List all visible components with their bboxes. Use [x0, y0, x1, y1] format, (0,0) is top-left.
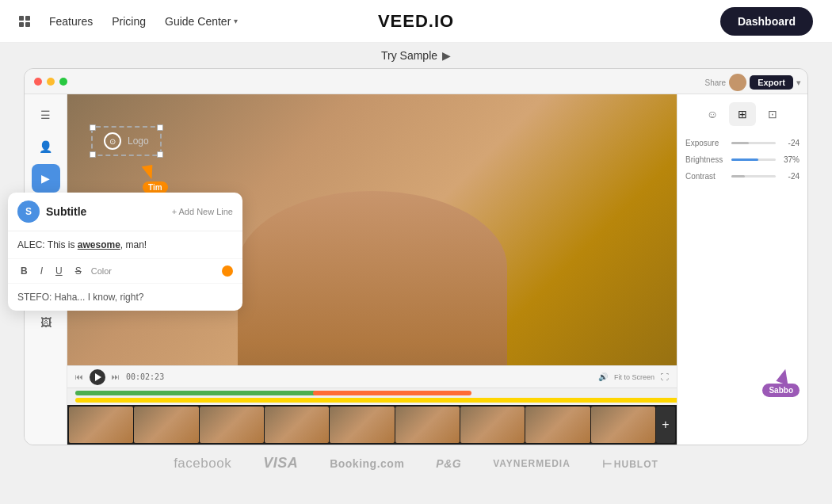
subtitle-line1-suffix: , man! [120, 239, 147, 250]
export-button[interactable]: Export [750, 75, 793, 90]
color-label: Color [91, 266, 112, 276]
thumb-frame-9 [591, 407, 655, 443]
exposure-fill [731, 142, 749, 144]
logo-text: Logo [128, 136, 149, 147]
logo-overlay[interactable]: ⊙ Logo [91, 126, 162, 156]
sabba-cursor: Sabbo [762, 369, 800, 397]
brightness-label: Brightness [685, 155, 727, 164]
fullscreen-icon[interactable]: ⛶ [661, 372, 669, 381]
site-logo: VEED.IO [378, 11, 454, 32]
tim-cursor: Tim [143, 166, 168, 193]
logo-circle-icon: ⊙ [104, 132, 121, 150]
volume-icon[interactable]: 🔊 [598, 372, 608, 381]
sabba-arrow-icon [777, 368, 793, 385]
chevron-down-icon: ▾ [234, 17, 238, 25]
subtitle-title: Subtitle [46, 205, 86, 218]
thumb-frame-2 [134, 407, 198, 443]
contrast-label: Contrast [685, 172, 727, 181]
subtitle-header: S Subtitle + Add New Line [8, 193, 242, 231]
thumb-frame-6 [395, 407, 460, 443]
time-display: 00:02:23 [126, 372, 164, 381]
strikethrough-button[interactable]: S [72, 264, 85, 278]
brands-bar: facebook VISA Booking.com P&G VAYNERMEDI… [0, 445, 832, 481]
export-area: Share Export ▾ [704, 74, 801, 91]
brightness-row: Brightness 37% [685, 155, 800, 164]
subtitle-line-2: STEFO: Haha... I know, right? [8, 284, 242, 311]
window-minimize-dot [47, 78, 55, 86]
bold-button[interactable]: B [17, 264, 31, 278]
exposure-label: Exposure [685, 139, 727, 147]
playback-bar: ⏮ ⏭ 00:02:23 🔊 Fit to Screen ⛶ [67, 365, 677, 388]
adjust-tabs: ☺ ⊞ ⊡ [685, 102, 800, 126]
brand-pg: P&G [436, 457, 461, 470]
timeline-track[interactable] [67, 388, 677, 405]
try-sample-arrow-icon: ▶ [442, 49, 451, 62]
resize-handle-bl[interactable] [90, 151, 96, 158]
thumb-frame-7 [460, 407, 525, 443]
brand-facebook: facebook [174, 456, 231, 472]
subtitle-line-1: ALEC: This is awesome, man! [8, 231, 242, 259]
exposure-slider[interactable] [731, 142, 776, 144]
underline-button[interactable]: U [52, 264, 66, 278]
brand-visa: VISA [263, 455, 298, 472]
sidebar-profile-icon[interactable]: 👤 [32, 132, 60, 161]
try-sample-bar: Try Sample ▶ [0, 43, 832, 68]
thumb-frame-4 [265, 407, 329, 443]
subtitle-toolbar: B I U S Color [8, 259, 242, 284]
brand-hublot: ⊢HUBLOT [602, 457, 658, 470]
guide-center-link[interactable]: Guide Center ▾ [165, 15, 238, 28]
tim-cursor-label: Tim [143, 181, 168, 193]
editor-bottom-controls: ⏮ ⏭ 00:02:23 🔊 Fit to Screen ⛶ [67, 365, 677, 445]
brightness-slider[interactable] [731, 158, 776, 161]
adj-tab-crop[interactable]: ⊡ [759, 102, 786, 126]
sabba-cursor-label: Sabbo [762, 384, 800, 397]
nav-left: Features Pricing Guide Center ▾ [19, 15, 238, 28]
thumb-frame-1 [69, 407, 133, 443]
navbar: Features Pricing Guide Center ▾ VEED.IO … [0, 0, 832, 43]
window-close-dot [34, 78, 42, 86]
editor-right-panel: ☺ ⊞ ⊡ Exposure -24 Brightness 37% [677, 94, 807, 445]
add-new-line-button[interactable]: + Add New Line [172, 207, 233, 216]
contrast-fill [731, 175, 745, 178]
sidebar-image-icon[interactable]: 🖼 [32, 308, 60, 337]
user-avatar [729, 74, 746, 91]
window-maximize-dot [59, 78, 67, 86]
cursor-arrow-icon [142, 165, 155, 181]
share-label: Share [704, 78, 726, 87]
play-triangle-icon [95, 373, 101, 381]
skip-back-icon[interactable]: ⏮ [75, 372, 83, 381]
adj-tab-sliders[interactable]: ⊞ [729, 102, 756, 126]
exposure-value: -24 [780, 139, 800, 147]
sidebar-item-image: 🖼 [32, 308, 60, 337]
try-sample-label[interactable]: Try Sample [381, 49, 437, 62]
fit-to-screen-label: Fit to Screen [614, 373, 655, 381]
sidebar-item-profile: 👤 [32, 132, 60, 161]
subtitle-icon: S [17, 200, 40, 223]
adj-tab-face[interactable]: ☺ [699, 102, 726, 126]
dashboard-button[interactable]: Dashboard [720, 7, 813, 36]
sidebar-media-icon[interactable]: ▶ [32, 164, 60, 193]
contrast-slider[interactable] [731, 175, 776, 178]
add-clip-button[interactable]: + [656, 407, 675, 443]
skip-forward-icon[interactable]: ⏭ [112, 372, 120, 381]
export-more-icon[interactable]: ▾ [796, 78, 801, 88]
features-link[interactable]: Features [49, 15, 93, 28]
italic-button[interactable]: I [37, 264, 46, 278]
play-button[interactable] [90, 369, 105, 385]
subtitle-line1-bold: awesome [78, 239, 120, 250]
pricing-link[interactable]: Pricing [112, 15, 146, 28]
resize-handle-tr[interactable] [157, 124, 163, 131]
contrast-row: Contrast -24 [685, 172, 800, 181]
brightness-fill [731, 158, 758, 161]
grid-icon[interactable] [19, 16, 30, 27]
sidebar-item-menu: ☰ [32, 101, 60, 129]
exposure-row: Exposure -24 [685, 139, 800, 147]
color-picker[interactable] [222, 265, 233, 277]
resize-handle-tl[interactable] [90, 124, 96, 131]
subtitle-popup: S Subtitle + Add New Line ALEC: This is … [8, 193, 242, 311]
editor-topbar: Share Export ▾ [25, 69, 807, 94]
sidebar-menu-icon[interactable]: ☰ [32, 101, 60, 129]
resize-handle-br[interactable] [157, 151, 163, 158]
subtitle-line1-prefix: ALEC: This is [17, 239, 78, 250]
brand-booking: Booking.com [330, 457, 404, 470]
